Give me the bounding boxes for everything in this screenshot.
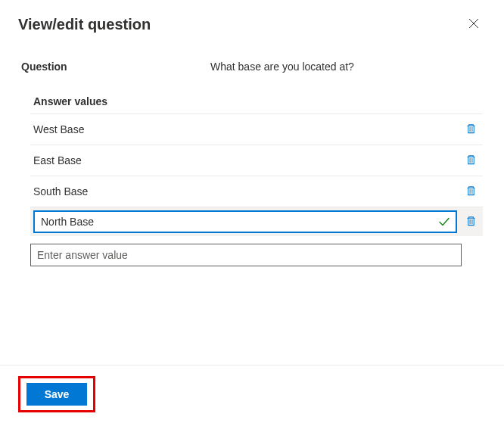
answers-section: Answer values West Base East Base <box>30 91 483 266</box>
trash-icon <box>465 123 477 137</box>
close-icon <box>468 18 479 31</box>
question-label: Question <box>21 61 210 73</box>
trash-icon <box>465 154 477 168</box>
answer-input-wrap <box>33 210 457 233</box>
answer-row: East Base <box>30 145 483 176</box>
dialog-footer: Save <box>0 365 504 423</box>
close-button[interactable] <box>462 12 486 36</box>
answer-value: East Base <box>33 154 82 166</box>
trash-icon <box>465 215 477 229</box>
question-row: Question What base are you located at? <box>21 61 483 73</box>
checkmark-icon[interactable] <box>437 215 451 229</box>
dialog-header: View/edit question <box>0 0 504 42</box>
dialog-content: Question What base are you located at? A… <box>0 42 504 365</box>
save-button[interactable]: Save <box>26 383 87 406</box>
answers-header: Answer values <box>30 91 483 114</box>
save-highlight-box: Save <box>18 376 95 412</box>
answer-value: South Base <box>33 185 88 198</box>
answer-editing-row <box>30 207 483 236</box>
delete-answer-button[interactable] <box>462 213 480 231</box>
answer-input[interactable] <box>41 216 437 228</box>
answer-row: South Base <box>30 176 483 207</box>
answer-row: West Base <box>30 114 483 145</box>
view-edit-question-dialog: View/edit question Question What base ar… <box>0 0 504 423</box>
question-text: What base are you located at? <box>210 61 354 73</box>
delete-answer-button[interactable] <box>462 120 480 138</box>
delete-answer-button[interactable] <box>462 182 480 201</box>
trash-icon <box>465 185 477 199</box>
new-answer-input[interactable] <box>30 244 462 266</box>
new-answer-row <box>30 244 483 266</box>
delete-answer-button[interactable] <box>462 151 480 170</box>
dialog-title: View/edit question <box>18 16 151 33</box>
answer-value: West Base <box>33 123 84 135</box>
